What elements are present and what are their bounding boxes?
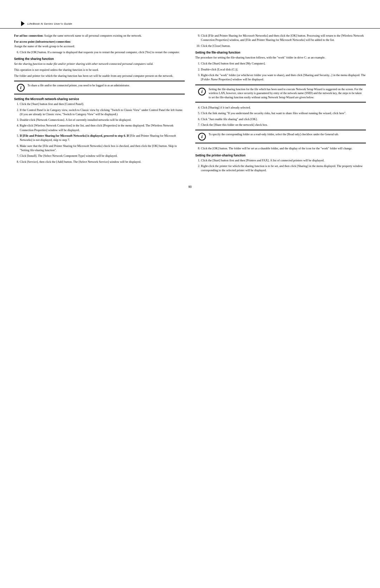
file-sharing-steps-list: Click the [Start] button first and then … [195,61,366,81]
ms-step-3: Double-click [Network Connections]. A li… [20,118,185,122]
ms-step-2: If the Control Panel is in Category view… [20,108,185,117]
fs-step-5: Click the link stating "If you understan… [201,111,366,115]
ms-sharing-heading: Setting the Microsoft network-sharing se… [14,97,185,101]
printer-sharing-steps-list: Click the [Start] button first and then … [195,158,366,173]
info-box-2-text: Setting the file-sharing function for th… [209,87,363,100]
left-column: For ad hoc connection: Assign the same n… [14,33,185,174]
infrastructure-text: Assign the name of the work group to be … [14,44,75,48]
info-box-3-text: To specify the corresponding folder as a… [209,132,339,137]
header-triangle-icon [21,21,25,26]
infrastructure-para: For access point (infrastructure) connec… [14,39,185,48]
ms-steps-list: Click the [Start] button first and then … [14,102,185,164]
ps-step-1: Click the [Start] button first and then … [201,158,366,162]
info-icon-3: i [198,133,206,141]
page-content: For ad hoc connection: Assign the same n… [0,33,380,174]
right-step-10: Click the [Close] button. [201,44,366,48]
ms-step-1: Click the [Start] button first and then … [20,102,185,106]
fs-step-2: Double-click [Local disk (C:)]. [201,67,366,72]
fs-step-1: Click the [Start] button first and then … [201,61,366,66]
ms-step-8: Click [Service], then click the [Add] bu… [20,160,185,164]
ms-step-4: Right-click [Wireless Network Connection… [20,123,185,132]
info-box-1-text: To share a file and/or the connected pri… [27,83,130,88]
info-icon-1: i [17,84,25,92]
fs-step-3: Right-click the "work" folder (or whiche… [201,73,366,82]
right-step-9: Click [File and Printer Sharing for Micr… [201,33,366,42]
sharing-function-italic: Set the sharing function to make file an… [14,62,185,66]
file-sharing-heading: Setting the file-sharing function [195,51,366,54]
info-box-1: i To share a file and/or the connected p… [14,81,185,94]
ps-step-2: Right-click the printer for which the sh… [201,164,366,173]
file-sharing-step-8: Click the [OK] button. The folder will b… [195,146,366,150]
page-number: 90 [0,185,380,188]
fs-step-7: Check the [Share this folder on the netw… [201,123,366,127]
fs-step-8: Click the [OK] button. The folder will b… [201,146,366,150]
right-column: Click [File and Printer Sharing for Micr… [195,33,366,174]
left-step-6: Click the [OK] button. If a message is d… [20,50,185,54]
info-box-3: i To specify the corresponding folder as… [195,130,366,143]
sharing-para1: This operation is not required unless th… [14,68,185,72]
right-steps-9-10: Click [File and Printer Sharing for Micr… [195,33,366,48]
printer-sharing-heading: Setting the printer-sharing function [195,154,366,157]
info-box-2: i Setting the file-sharing function for … [195,85,366,103]
ms-step-7: Click [Install]. The [Select Network Com… [20,154,185,158]
fs-step-4: Click [Sharing] if it isn't already sele… [201,105,366,110]
info-icon-2: i [198,88,206,95]
fs-step-6: Click "Just enable file sharing" and cli… [201,117,366,121]
left-step-list-6: Click the [OK] button. If a message is d… [14,50,185,54]
page: LifeBook N Series User's Guide For ad ho… [0,0,380,588]
ms-step-6: Make sure that the [File and Printer Sha… [20,144,185,153]
sharing-para2: The folder and printer for which the sha… [14,74,185,78]
file-sharing-intro: The procedure for setting the file-shari… [195,55,366,60]
ad-hoc-label: For ad hoc connection: [14,34,43,37]
sharing-function-heading: Setting the sharing function [14,57,185,61]
ad-hoc-text: Assign the same network name to all pers… [44,34,142,37]
header-title: LifeBook N Series User's Guide [27,22,72,25]
file-sharing-steps-4-7: Click [Sharing] if it isn't already sele… [195,105,366,127]
ad-hoc-para: For ad hoc connection: Assign the same n… [14,33,185,38]
ms-step-5: If [File and Printer Sharing for Microso… [20,134,185,142]
page-header: LifeBook N Series User's Guide [0,21,380,29]
infrastructure-label: For access point (infrastructure) connec… [14,40,71,43]
